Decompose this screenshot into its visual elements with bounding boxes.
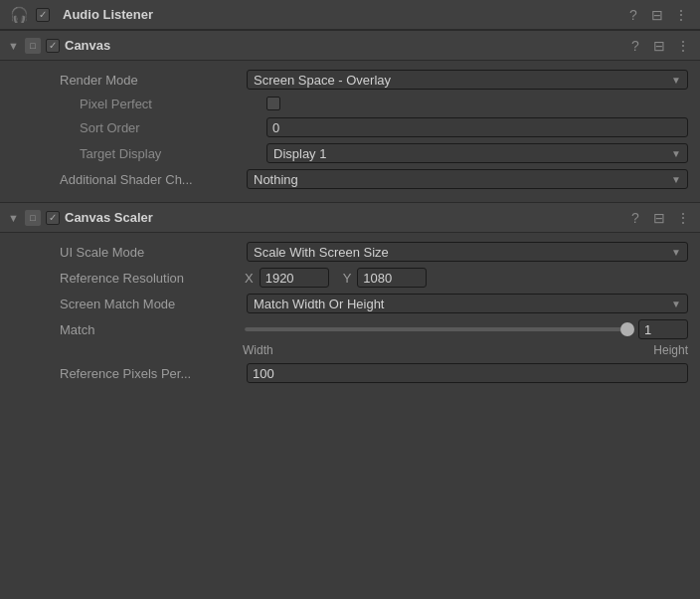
width-height-labels-row: Width Height: [0, 342, 700, 360]
screen-match-mode-row: Screen Match Mode Match Width Or Height …: [0, 291, 700, 316]
screen-match-mode-dropdown-text: Match Width Or Height: [254, 297, 385, 311]
canvas-header: ▼ □ Canvas ? ⊟ ⋮: [0, 31, 700, 61]
match-slider-container: 1: [245, 319, 688, 339]
match-slider-fill: [245, 327, 632, 331]
canvas-scaler-header-icons: ? ⊟ ⋮: [626, 209, 692, 227]
sort-order-label: Sort Order: [80, 120, 259, 135]
target-display-value: Display 1 ▼: [266, 143, 688, 163]
ui-scale-mode-dropdown[interactable]: Scale With Screen Size ▼: [247, 242, 688, 262]
ref-res-y-input[interactable]: [357, 268, 427, 288]
ui-scale-mode-label: UI Scale Mode: [60, 245, 239, 260]
reference-pixels-input[interactable]: 100: [247, 363, 688, 383]
audio-listener-menu-icon[interactable]: ⋮: [672, 6, 690, 24]
additional-shader-label: Additional Shader Ch...: [60, 172, 239, 187]
match-row: Match 1: [0, 316, 700, 342]
canvas-scaler-help-icon[interactable]: ?: [626, 209, 644, 227]
audio-listener-header-icons: ? ⊟ ⋮: [624, 6, 690, 24]
canvas-title: Canvas: [65, 38, 621, 53]
screen-match-mode-dropdown[interactable]: Match Width Or Height ▼: [247, 294, 688, 313]
ui-scale-mode-row: UI Scale Mode Scale With Screen Size ▼: [0, 239, 700, 265]
canvas-settings-icon[interactable]: ⊟: [650, 37, 668, 55]
ref-res-y-label: Y: [343, 271, 352, 286]
pixel-perfect-label: Pixel Perfect: [80, 97, 259, 111]
target-display-dropdown[interactable]: Display 1 ▼: [266, 143, 688, 163]
target-display-row: Target Display Display 1 ▼: [0, 140, 700, 166]
canvas-scaler-settings-icon[interactable]: ⊟: [650, 209, 668, 227]
pixel-perfect-checkbox[interactable]: [266, 97, 280, 110]
reference-resolution-row: Reference Resolution X Y: [0, 265, 700, 291]
canvas-component-icon: □: [25, 38, 41, 54]
render-mode-value: Screen Space - Overlay ▼: [247, 70, 688, 90]
audio-listener-title: Audio Listener: [55, 0, 619, 30]
render-mode-dropdown-arrow: ▼: [671, 75, 681, 86]
canvas-header-icons: ? ⊟ ⋮: [626, 37, 692, 55]
canvas-scaler-component-icon: □: [25, 210, 41, 226]
canvas-collapse-arrow[interactable]: ▼: [8, 40, 20, 52]
target-display-dropdown-text: Display 1: [273, 146, 326, 161]
additional-shader-dropdown-arrow: ▼: [671, 174, 681, 185]
target-display-dropdown-arrow: ▼: [671, 148, 681, 159]
match-slider-track[interactable]: [245, 327, 632, 331]
render-mode-dropdown-text: Screen Space - Overlay: [254, 73, 391, 88]
target-display-label: Target Display: [80, 146, 259, 161]
canvas-scaler-header: ▼ □ Canvas Scaler ? ⊟ ⋮: [0, 203, 700, 233]
canvas-menu-icon[interactable]: ⋮: [674, 37, 692, 55]
headphone-icon: 🎧: [10, 6, 29, 24]
pixel-perfect-row: Pixel Perfect: [0, 93, 700, 114]
audio-listener-help-icon[interactable]: ?: [624, 6, 642, 24]
reference-pixels-row: Reference Pixels Per... 100: [0, 360, 700, 386]
sort-order-row: Sort Order 0: [0, 114, 700, 140]
additional-shader-dropdown-text: Nothing: [254, 172, 298, 187]
screen-match-mode-value: Match Width Or Height ▼: [247, 294, 688, 313]
match-value-input[interactable]: 1: [638, 319, 688, 339]
audio-listener-enable-checkbox[interactable]: [36, 8, 50, 22]
additional-shader-dropdown[interactable]: Nothing ▼: [247, 169, 688, 189]
canvas-help-icon[interactable]: ?: [626, 37, 644, 55]
canvas-section: ▼ □ Canvas ? ⊟ ⋮ Render Mode Screen Spac…: [0, 30, 700, 198]
reference-pixels-label: Reference Pixels Per...: [60, 366, 239, 381]
audio-listener-header: 🎧 Audio Listener ? ⊟ ⋮: [0, 0, 700, 30]
ref-res-x-input[interactable]: [260, 268, 329, 288]
canvas-body: Render Mode Screen Space - Overlay ▼ Pix…: [0, 61, 700, 198]
render-mode-row: Render Mode Screen Space - Overlay ▼: [0, 67, 700, 93]
additional-shader-row: Additional Shader Ch... Nothing ▼: [0, 166, 700, 192]
canvas-enable-checkbox[interactable]: [46, 39, 60, 53]
audio-listener-settings-icon[interactable]: ⊟: [648, 6, 666, 24]
canvas-scaler-title: Canvas Scaler: [65, 210, 621, 225]
ui-scale-mode-dropdown-arrow: ▼: [671, 247, 681, 258]
reference-resolution-label: Reference Resolution: [60, 271, 239, 286]
ui-scale-mode-value: Scale With Screen Size ▼: [247, 242, 688, 262]
match-label: Match: [60, 322, 239, 337]
inspector-panel: 🎧 Audio Listener ? ⊟ ⋮ ▼ □ Canvas ? ⊟ ⋮ …: [0, 0, 700, 392]
canvas-scaler-enable-checkbox[interactable]: [46, 211, 60, 225]
canvas-scaler-section: ▼ □ Canvas Scaler ? ⊟ ⋮ UI Scale Mode Sc…: [0, 202, 700, 392]
canvas-scaler-collapse-arrow[interactable]: ▼: [8, 212, 20, 224]
ref-res-x-label: X: [245, 271, 254, 286]
render-mode-label: Render Mode: [60, 73, 239, 88]
screen-match-mode-label: Screen Match Mode: [60, 297, 239, 311]
ui-scale-mode-dropdown-text: Scale With Screen Size: [254, 245, 389, 260]
height-label: Height: [618, 343, 688, 357]
render-mode-dropdown[interactable]: Screen Space - Overlay ▼: [247, 70, 688, 90]
additional-shader-value: Nothing ▼: [247, 169, 688, 189]
canvas-scaler-menu-icon[interactable]: ⋮: [674, 209, 692, 227]
screen-match-mode-dropdown-arrow: ▼: [671, 299, 681, 309]
match-slider-thumb[interactable]: [620, 322, 634, 336]
canvas-scaler-body: UI Scale Mode Scale With Screen Size ▼ R…: [0, 233, 700, 392]
sort-order-input[interactable]: 0: [266, 117, 688, 137]
width-label: Width: [243, 343, 618, 357]
